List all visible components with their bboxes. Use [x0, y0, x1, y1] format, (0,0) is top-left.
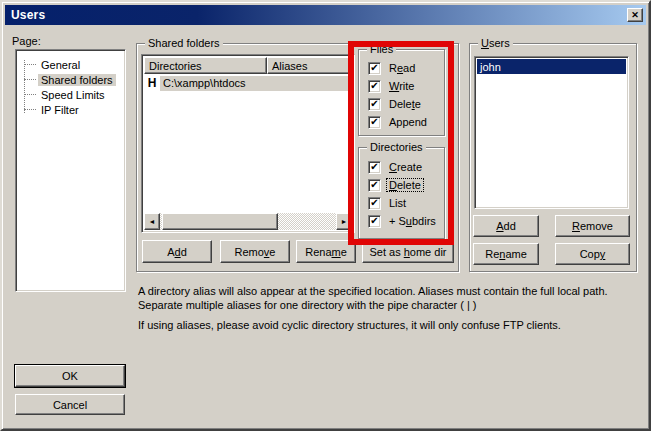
set-as-home-dir-button[interactable]: Set as home dir — [362, 240, 454, 263]
close-icon: ✕ — [631, 10, 639, 20]
files-group-label: Files — [367, 43, 396, 55]
checkbox-dirs-subdirs[interactable]: ✔ + Subdirs — [368, 214, 438, 228]
user-row-john[interactable]: john — [477, 59, 626, 74]
shared-add-button[interactable]: Add — [142, 240, 212, 263]
alias-description-line2: If using aliases, please avoid cyclic di… — [138, 318, 642, 332]
checkbox-icon: ✔ — [368, 215, 381, 228]
checkbox-files-delete[interactable]: ✔ Delete — [368, 97, 423, 111]
directories-group-label: Directories — [367, 141, 426, 153]
checkbox-icon: ✔ — [368, 62, 381, 75]
window-title: Users — [11, 8, 45, 22]
checkbox-dirs-create[interactable]: ✔ Create — [368, 160, 424, 174]
directories-list[interactable]: Directories Aliases H C:\xampp\htdocs ◄ … — [141, 54, 355, 233]
sidebar-item-speed-limits[interactable]: Speed Limits — [18, 87, 108, 102]
shared-folders-group-label: Shared folders — [145, 37, 223, 49]
tree-stub-icon — [24, 64, 36, 65]
user-rename-button[interactable]: Rename — [473, 243, 539, 265]
checkbox-files-write[interactable]: ✔ Write — [368, 79, 416, 93]
list-header: Directories Aliases — [144, 57, 352, 74]
checkbox-icon: ✔ — [368, 161, 381, 174]
users-dialog: Users ✕ Page: General Shared folders Spe… — [0, 0, 651, 431]
directory-path: C:\xampp\htdocs — [160, 76, 352, 91]
sidebar-item-ip-filter[interactable]: IP Filter — [18, 102, 82, 117]
scroll-left-button[interactable]: ◄ — [144, 213, 160, 230]
checkbox-icon: ✔ — [368, 98, 381, 111]
checkbox-icon: ✔ — [368, 197, 381, 210]
scroll-right-button[interactable]: ► — [336, 213, 352, 230]
user-copy-button[interactable]: Copy — [555, 243, 630, 265]
shared-remove-button[interactable]: Remove — [220, 240, 290, 263]
close-button[interactable]: ✕ — [627, 8, 643, 22]
directory-row[interactable]: H C:\xampp\htdocs — [144, 74, 352, 91]
alias-description-line1: A directory alias will also appear at th… — [138, 284, 642, 312]
users-group-label: Users — [478, 37, 513, 49]
column-header-directories[interactable]: Directories — [144, 57, 267, 74]
tree-stub-icon — [24, 79, 36, 80]
checkbox-dirs-delete[interactable]: ✔ Delete — [368, 178, 423, 192]
tree-stub-icon — [24, 109, 36, 110]
checkbox-files-read[interactable]: ✔ Read — [368, 61, 417, 75]
shared-rename-button[interactable]: Rename — [296, 240, 356, 263]
checkbox-icon: ✔ — [368, 179, 381, 192]
scroll-right-icon: ► — [341, 218, 348, 225]
home-dir-flag: H — [144, 74, 160, 91]
sidebar-item-general[interactable]: General — [18, 57, 83, 72]
alias-description: A directory alias will also appear at th… — [138, 284, 642, 332]
scrollbar-thumb[interactable] — [162, 213, 278, 230]
files-permissions-group: Files ✔ Read ✔ Write ✔ Delete ✔ Append — [358, 49, 445, 136]
user-add-button[interactable]: Add — [473, 215, 539, 237]
ok-button[interactable]: OK — [15, 365, 125, 387]
scroll-left-icon: ◄ — [149, 218, 156, 225]
directories-permissions-group: Directories ✔ Create ✔ Delete ✔ List ✔ +… — [358, 147, 445, 239]
checkbox-icon: ✔ — [368, 80, 381, 93]
tree-stub-icon — [24, 94, 36, 95]
sidebar-item-shared-folders[interactable]: Shared folders — [18, 72, 116, 87]
page-label: Page: — [12, 35, 41, 47]
user-remove-button[interactable]: Remove — [555, 215, 630, 237]
checkbox-files-append[interactable]: ✔ Append — [368, 115, 429, 129]
page-listbox[interactable]: General Shared folders Speed Limits IP F… — [15, 49, 126, 292]
horizontal-scrollbar[interactable]: ◄ ► — [144, 213, 352, 230]
cancel-button[interactable]: Cancel — [15, 394, 125, 415]
column-header-aliases[interactable]: Aliases — [267, 57, 352, 74]
checkbox-icon: ✔ — [368, 116, 381, 129]
checkbox-dirs-list[interactable]: ✔ List — [368, 196, 408, 210]
users-listbox[interactable]: john — [474, 56, 629, 209]
titlebar[interactable]: Users ✕ — [5, 5, 646, 25]
